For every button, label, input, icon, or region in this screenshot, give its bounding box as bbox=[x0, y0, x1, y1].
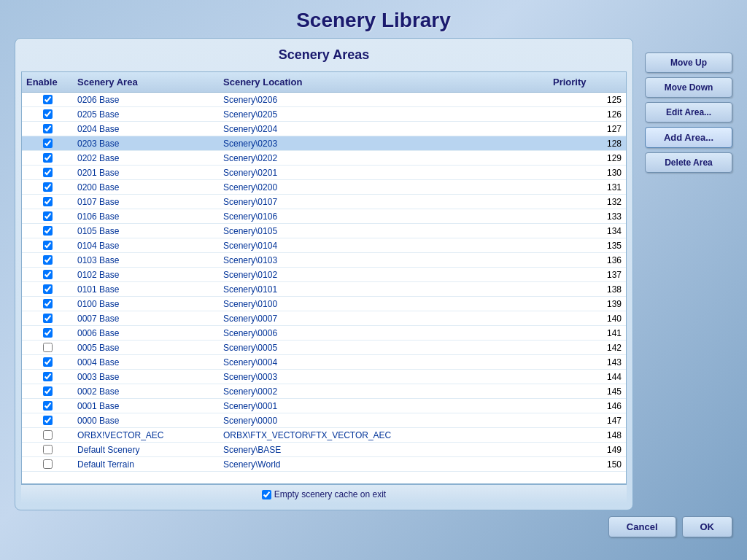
table-row[interactable]: 0001 BaseScenery\0001146 bbox=[22, 399, 626, 413]
table-row[interactable]: 0006 BaseScenery\0006141 bbox=[22, 326, 626, 341]
enable-checkbox[interactable] bbox=[43, 226, 53, 236]
enable-checkbox[interactable] bbox=[43, 401, 53, 411]
enable-cell[interactable] bbox=[22, 400, 73, 411]
enable-checkbox[interactable] bbox=[43, 109, 53, 119]
enable-cell[interactable] bbox=[22, 327, 73, 338]
enable-checkbox[interactable] bbox=[43, 343, 53, 352]
table-row[interactable]: 0202 BaseScenery\0202129 bbox=[22, 151, 626, 166]
table-row[interactable]: 0203 BaseScenery\0203128 bbox=[22, 136, 626, 151]
enable-cell[interactable] bbox=[22, 357, 73, 368]
enable-checkbox[interactable] bbox=[43, 416, 53, 425]
table-row[interactable]: 0106 BaseScenery\0106133 bbox=[22, 209, 626, 224]
enable-checkbox[interactable] bbox=[43, 197, 53, 206]
enable-cell[interactable] bbox=[22, 152, 73, 163]
table-body[interactable]: 0206 BaseScenery\02061250205 BaseScenery… bbox=[22, 93, 626, 483]
enable-checkbox[interactable] bbox=[43, 139, 53, 148]
priority-cell: 144 bbox=[560, 371, 626, 383]
area-cell: 0003 Base bbox=[73, 371, 219, 383]
add-area-button[interactable]: Add Area... bbox=[645, 127, 732, 148]
priority-cell: 129 bbox=[560, 152, 626, 164]
table-row[interactable]: 0206 BaseScenery\0206125 bbox=[22, 93, 626, 107]
enable-cell[interactable] bbox=[22, 182, 73, 192]
enable-cell[interactable] bbox=[22, 444, 73, 455]
priority-cell: 128 bbox=[560, 138, 626, 149]
enable-checkbox[interactable] bbox=[43, 168, 53, 177]
table-row[interactable]: 0103 BaseScenery\0103136 bbox=[22, 253, 626, 268]
table-row[interactable]: ORBX!VECTOR_AECORBX\FTX_VECTOR\FTX_VECTO… bbox=[22, 428, 626, 443]
enable-checkbox[interactable] bbox=[43, 430, 53, 440]
location-cell: Scenery\0101 bbox=[219, 284, 560, 295]
enable-checkbox[interactable] bbox=[43, 314, 53, 323]
enable-checkbox[interactable] bbox=[43, 357, 53, 367]
enable-checkbox[interactable] bbox=[43, 459, 53, 469]
enable-cell[interactable] bbox=[22, 386, 73, 397]
table-row[interactable]: 0004 BaseScenery\0004143 bbox=[22, 355, 626, 370]
delete-area-button[interactable]: Delete Area bbox=[645, 152, 732, 173]
cache-label[interactable]: Empty scenery cache on exit bbox=[262, 489, 386, 499]
table-row[interactable]: Default TerrainScenery\World150 bbox=[22, 457, 626, 472]
move-up-button[interactable]: Move Up bbox=[645, 52, 732, 73]
priority-cell: 139 bbox=[560, 298, 626, 310]
table-row[interactable]: 0205 BaseScenery\0205126 bbox=[22, 107, 626, 122]
enable-cell[interactable] bbox=[22, 342, 73, 353]
location-cell: Scenery\0203 bbox=[219, 138, 560, 149]
table-row[interactable]: 0105 BaseScenery\0105134 bbox=[22, 224, 626, 238]
enable-checkbox[interactable] bbox=[43, 328, 53, 338]
enable-cell[interactable] bbox=[22, 254, 73, 265]
enable-cell[interactable] bbox=[22, 138, 73, 149]
enable-checkbox[interactable] bbox=[43, 299, 53, 308]
location-cell: Scenery\0106 bbox=[219, 211, 560, 222]
table-row[interactable]: 0100 BaseScenery\0100139 bbox=[22, 297, 626, 311]
area-cell: 0204 Base bbox=[73, 123, 219, 135]
enable-cell[interactable] bbox=[22, 415, 73, 426]
table-row[interactable]: 0102 BaseScenery\0102137 bbox=[22, 268, 626, 282]
table-row[interactable]: 0104 BaseScenery\0104135 bbox=[22, 238, 626, 253]
area-cell: 0101 Base bbox=[73, 284, 219, 295]
table-row[interactable]: 0002 BaseScenery\0002145 bbox=[22, 384, 626, 399]
table-row[interactable]: 0005 BaseScenery\0005142 bbox=[22, 341, 626, 355]
enable-cell[interactable] bbox=[22, 240, 73, 251]
enable-cell[interactable] bbox=[22, 371, 73, 382]
enable-checkbox[interactable] bbox=[43, 153, 53, 163]
enable-checkbox[interactable] bbox=[43, 95, 53, 104]
table-row[interactable]: 0000 BaseScenery\0000147 bbox=[22, 413, 626, 428]
enable-cell[interactable] bbox=[22, 284, 73, 295]
cache-checkbox[interactable] bbox=[262, 490, 271, 499]
enable-cell[interactable] bbox=[22, 298, 73, 309]
table-row[interactable]: 0204 BaseScenery\0204127 bbox=[22, 122, 626, 136]
cancel-button[interactable]: Cancel bbox=[608, 516, 676, 537]
enable-checkbox[interactable] bbox=[43, 270, 53, 279]
enable-checkbox[interactable] bbox=[43, 372, 53, 381]
enable-checkbox[interactable] bbox=[43, 255, 53, 265]
table-row[interactable]: 0101 BaseScenery\0101138 bbox=[22, 282, 626, 297]
table-row[interactable]: 0107 BaseScenery\0107132 bbox=[22, 195, 626, 209]
enable-checkbox[interactable] bbox=[43, 211, 53, 221]
priority-cell: 149 bbox=[560, 444, 626, 456]
enable-cell[interactable] bbox=[22, 123, 73, 134]
table-row[interactable]: Default SceneryScenery\BASE149 bbox=[22, 443, 626, 457]
enable-cell[interactable] bbox=[22, 225, 73, 236]
enable-cell[interactable] bbox=[22, 211, 73, 222]
enable-checkbox[interactable] bbox=[43, 284, 53, 294]
enable-cell[interactable] bbox=[22, 196, 73, 207]
enable-checkbox[interactable] bbox=[43, 124, 53, 133]
table-row[interactable]: 0007 BaseScenery\0007140 bbox=[22, 311, 626, 326]
enable-cell[interactable] bbox=[22, 429, 73, 440]
area-cell: 0000 Base bbox=[73, 415, 219, 427]
enable-checkbox[interactable] bbox=[43, 182, 53, 192]
enable-cell[interactable] bbox=[22, 109, 73, 120]
table-row[interactable]: 0003 BaseScenery\0003144 bbox=[22, 370, 626, 384]
enable-cell[interactable] bbox=[22, 459, 73, 470]
enable-checkbox[interactable] bbox=[43, 445, 53, 454]
enable-cell[interactable] bbox=[22, 269, 73, 280]
table-row[interactable]: 0201 BaseScenery\0201130 bbox=[22, 166, 626, 180]
enable-checkbox[interactable] bbox=[43, 386, 53, 396]
table-row[interactable]: 0200 BaseScenery\0200131 bbox=[22, 180, 626, 195]
enable-cell[interactable] bbox=[22, 313, 73, 324]
enable-checkbox[interactable] bbox=[43, 241, 53, 250]
edit-area-button[interactable]: Edit Area... bbox=[645, 102, 732, 122]
enable-cell[interactable] bbox=[22, 94, 73, 105]
enable-cell[interactable] bbox=[22, 167, 73, 178]
ok-button[interactable]: OK bbox=[682, 516, 733, 537]
move-down-button[interactable]: Move Down bbox=[645, 77, 732, 98]
